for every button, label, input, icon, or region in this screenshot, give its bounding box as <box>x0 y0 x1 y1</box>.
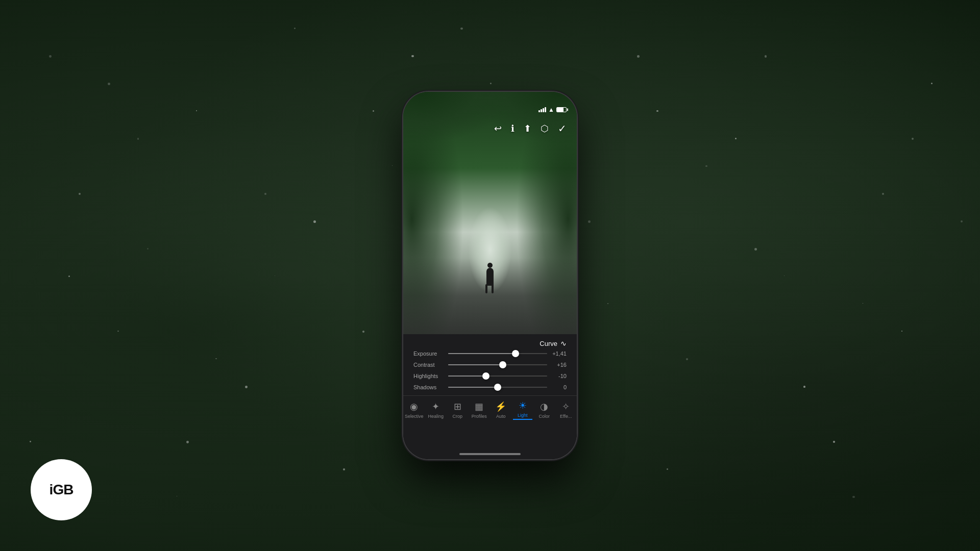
nav-icon-profiles: ▦ <box>475 401 483 412</box>
nav-item-effe[interactable]: ✧Effe... <box>556 401 576 419</box>
editing-panel: Curve ∿ Exposure+1,41Contrast+16Highligh… <box>403 334 577 459</box>
bokeh-dot <box>245 386 248 388</box>
slider-fill <box>448 364 503 365</box>
bokeh-dot <box>177 496 177 496</box>
bokeh-dot <box>607 303 608 304</box>
bokeh-dot <box>264 193 266 195</box>
slider-label-contrast: Contrast <box>413 362 444 368</box>
info-icon[interactable]: ℹ <box>511 123 514 134</box>
slider-track-contrast[interactable] <box>448 364 547 365</box>
bokeh-dot <box>108 83 110 85</box>
battery-icon <box>556 107 567 112</box>
nav-item-auto[interactable]: ⚡Auto <box>491 401 510 419</box>
nav-item-light[interactable]: ☀Light <box>513 400 532 420</box>
slider-track-exposure[interactable] <box>448 353 547 354</box>
bokeh-dot <box>49 55 52 58</box>
slider-track-highlights[interactable] <box>448 375 547 377</box>
person-silhouette <box>486 268 494 286</box>
status-icons: ▲ <box>538 106 567 113</box>
nav-item-crop[interactable]: ⊞Crop <box>448 401 467 419</box>
slider-fill <box>448 353 516 354</box>
bokeh-dot <box>196 110 197 111</box>
slider-fill <box>448 375 486 377</box>
sliders-section: Exposure+1,41Contrast+16Highlights-10Sha… <box>403 350 577 390</box>
bokeh-dot <box>912 138 914 140</box>
bokeh-dot <box>588 220 591 223</box>
bokeh-dot <box>68 276 70 277</box>
bokeh-dot <box>863 303 863 304</box>
slider-thumb[interactable] <box>499 361 506 368</box>
bokeh-dot <box>784 276 785 276</box>
slider-thumb[interactable] <box>482 372 489 380</box>
slider-thumb[interactable] <box>494 384 501 391</box>
photo-area[interactable]: ↩ ℹ ⬆ ⬡ ✓ <box>403 92 577 347</box>
slider-value-contrast: +16 <box>551 362 567 368</box>
nav-icon-color: ◑ <box>540 401 548 412</box>
slider-value-shadows: 0 <box>551 384 567 390</box>
bokeh-dot <box>343 468 345 470</box>
bokeh-dot <box>147 248 149 249</box>
bokeh-dot <box>765 55 767 58</box>
bokeh-dot <box>411 55 413 57</box>
bokeh-dot <box>735 138 737 139</box>
bokeh-dot <box>362 331 364 333</box>
bottom-nav: ◉Selective✦Healing⊞Crop▦Profiles⚡Auto☀Li… <box>403 395 577 422</box>
phone-body: ▲ ↩ ℹ ⬆ ⬡ ✓ <box>403 92 577 459</box>
slider-track-shadows[interactable] <box>448 387 547 388</box>
nav-label-crop: Crop <box>452 414 462 419</box>
phone-wrapper: ▲ ↩ ℹ ⬆ ⬡ ✓ <box>403 92 577 459</box>
slider-row: Highlights-10 <box>413 373 567 379</box>
bokeh-dot <box>833 441 835 443</box>
slider-label-exposure: Exposure <box>413 350 444 357</box>
share-icon[interactable]: ⬆ <box>524 123 531 134</box>
bokeh-dot <box>882 193 884 195</box>
slider-label-highlights: Highlights <box>413 373 444 379</box>
slider-fill <box>448 387 498 388</box>
bokeh-dot <box>313 220 316 223</box>
nav-item-profiles[interactable]: ▦Profiles <box>470 401 489 419</box>
curve-icon[interactable]: ∿ <box>560 339 567 347</box>
nav-icon-healing: ✦ <box>432 401 439 412</box>
bokeh-dot <box>754 248 757 251</box>
slider-row: Exposure+1,41 <box>413 350 567 357</box>
bokeh-dot <box>667 468 668 470</box>
mask-icon[interactable]: ⬡ <box>541 123 549 134</box>
igb-logo: iGB <box>31 459 92 520</box>
bokeh-dot <box>931 83 933 84</box>
slider-thumb[interactable] <box>512 350 519 357</box>
bokeh-dot <box>901 331 902 332</box>
nav-icon-crop: ⊞ <box>454 401 461 412</box>
done-icon[interactable]: ✓ <box>558 122 567 135</box>
bokeh-dot <box>656 110 658 112</box>
nav-icon-auto: ⚡ <box>495 401 506 412</box>
bokeh-dot <box>961 220 963 222</box>
undo-icon[interactable]: ↩ <box>494 123 502 134</box>
bokeh-dot <box>803 386 805 388</box>
nav-label-selective: Selective <box>405 414 424 419</box>
slider-value-exposure: +1,41 <box>551 350 567 357</box>
home-indicator <box>459 453 521 455</box>
bokeh-dot <box>392 165 393 166</box>
bokeh-dot <box>186 441 189 443</box>
bokeh-dot <box>275 276 275 276</box>
slider-row: Contrast+16 <box>413 362 567 368</box>
nav-label-light: Light <box>518 413 528 418</box>
curve-label: Curve <box>540 340 557 347</box>
nav-item-color[interactable]: ◑Color <box>534 401 554 419</box>
curve-section: Curve ∿ <box>403 334 577 350</box>
igb-logo-text: iGB <box>50 482 74 498</box>
slider-label-shadows: Shadows <box>413 384 444 390</box>
bokeh-dot <box>294 28 296 29</box>
wifi-icon: ▲ <box>548 106 554 113</box>
nav-item-healing[interactable]: ✦Healing <box>426 401 446 419</box>
bokeh-dot <box>705 165 707 167</box>
bokeh-dot <box>373 110 374 112</box>
slider-value-highlights: -10 <box>551 373 567 379</box>
photo-toolbar: ↩ ℹ ⬆ ⬡ ✓ <box>403 117 577 140</box>
bokeh-dot <box>460 28 462 30</box>
signal-icon <box>538 107 546 112</box>
bokeh-dot <box>215 358 216 359</box>
nav-item-selective[interactable]: ◉Selective <box>404 401 424 419</box>
bokeh-dot <box>852 496 854 498</box>
bokeh-dot <box>117 331 118 332</box>
